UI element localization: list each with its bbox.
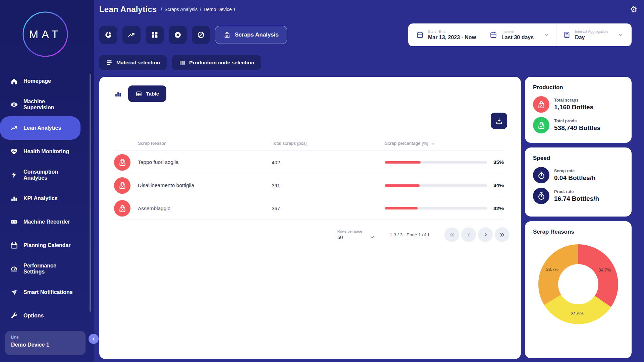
- sidebar-scrollbar[interactable]: [90, 74, 91, 312]
- date-range-picker[interactable]: Start - End Mar 13, 2023 - Now: [410, 23, 483, 46]
- speed-card: Speed Scrap rate0.04 Bottles/hProd. rate…: [525, 147, 632, 217]
- downtime-view-button[interactable]: [192, 26, 210, 44]
- sidebar-item-lean-analytics[interactable]: Lean Analytics: [0, 116, 80, 140]
- table-row[interactable]: Assemblaggio36732%: [114, 197, 504, 220]
- barcode-icon: [179, 59, 185, 66]
- close-circle-icon: [174, 31, 182, 39]
- scrap-percentage-value: 34%: [493, 182, 504, 188]
- scrap-reasons-donut: 34.7%31.6%33.7%: [534, 240, 623, 328]
- tab-scraps-analysis-label: Scraps Analysis: [235, 32, 279, 38]
- content-area: Lean Analytics /Scraps Analysis/Demo Dev…: [94, 0, 644, 362]
- grid-view-button[interactable]: [146, 26, 164, 44]
- calendar-icon: [490, 31, 497, 39]
- sidebar-item-health-monitoring[interactable]: Health Monitoring: [0, 140, 80, 163]
- interval-select[interactable]: Interval Last 30 days: [483, 23, 556, 46]
- aggregation-select[interactable]: Interval Aggregation Day: [556, 23, 630, 46]
- bag-x-icon: [114, 177, 130, 194]
- sidebar-item-machine-recorder[interactable]: Machine Recorder: [0, 210, 80, 234]
- scrap-reason: Tappo fuori soglia: [138, 159, 272, 165]
- rows-per-page-value: 50: [337, 234, 343, 240]
- breadcrumb-item-scraps-analysis[interactable]: Scraps Analysis: [164, 7, 198, 12]
- header-total-scraps[interactable]: Total scraps [pcs]: [272, 141, 385, 146]
- topbar: Lean Analytics /Scraps Analysis/Demo Dev…: [94, 0, 644, 19]
- next-page-button[interactable]: [478, 227, 493, 242]
- view-toolbar: Scraps Analysis Start - End Mar 13, 2023…: [99, 23, 632, 46]
- sidebar-item-smart-notifications[interactable]: Smart Notifications: [0, 281, 80, 304]
- no-time-icon: [197, 31, 205, 39]
- bag-x-icon: [533, 96, 549, 113]
- sidebar-item-label: KPI Analytics: [23, 195, 74, 201]
- chevron-down-icon: [618, 32, 624, 38]
- sidebar-collapse-button[interactable]: [89, 334, 99, 344]
- bag-x-icon: [114, 200, 130, 217]
- donut-label: 34.7%: [598, 267, 611, 273]
- sort-descending-icon[interactable]: [430, 140, 436, 146]
- table-view-button[interactable]: Table: [128, 85, 166, 102]
- header-scrap-reason[interactable]: Scrap Reason: [138, 141, 272, 146]
- table-row[interactable]: Tappo fuori soglia40235%: [114, 150, 504, 174]
- interval-value: Last 30 days: [501, 35, 534, 41]
- device-card[interactable]: Line Demo Device 1: [5, 331, 86, 355]
- rows-per-page-label: Rows per page: [337, 229, 375, 233]
- sidebar-item-machine-supervision[interactable]: Machine Supervision: [0, 93, 80, 116]
- sidebar-item-consumption-analytics[interactable]: Consumption Analytics: [0, 163, 80, 187]
- filter-toolbar: Material selectionProduction code select…: [99, 55, 644, 70]
- tab-scraps-analysis[interactable]: Scraps Analysis: [215, 26, 287, 44]
- last-page-button[interactable]: [495, 227, 509, 242]
- scrap-percentage-value: 35%: [493, 159, 504, 165]
- total-prods-stat: Total prods538,749 Bottles: [533, 117, 624, 133]
- scraps-table-card: Table Scrap Reason Total scraps [pcs] Sc…: [99, 77, 521, 359]
- header-scrap-percentage[interactable]: Scrap percentage [%]: [385, 140, 504, 146]
- scrap-percentage-bar: [385, 161, 487, 164]
- chev-left-icon: [466, 232, 472, 238]
- trend-view-button[interactable]: [122, 26, 141, 44]
- download-button[interactable]: [491, 113, 507, 129]
- sidebar-item-label: Machine Recorder: [23, 219, 74, 225]
- first-page-button[interactable]: [444, 227, 459, 242]
- speed-title: Speed: [533, 155, 624, 162]
- sidebar-item-label: Planning Calendar: [23, 242, 74, 248]
- bolt-icon: [10, 171, 18, 179]
- sidebar-item-kpi-analytics[interactable]: KPI Analytics: [0, 187, 80, 210]
- sidebar-item-label: Smart Notifications: [23, 289, 74, 295]
- chev-dright-icon: [499, 232, 505, 238]
- table-view-label: Table: [146, 91, 159, 97]
- table-row[interactable]: Disallineamento bottiglia39134%: [114, 174, 504, 197]
- sidebar-item-label: Consumption Analytics: [23, 169, 74, 181]
- previous-page-button[interactable]: [461, 227, 476, 242]
- scraps-table: Scrap Reason Total scraps [pcs] Scrap pe…: [99, 136, 521, 220]
- stopwatch-icon: [533, 167, 549, 183]
- donut-view-button[interactable]: [99, 26, 117, 44]
- table-header-row: Scrap Reason Total scraps [pcs] Scrap pe…: [114, 136, 504, 150]
- sidebar-item-label: Performance Settings: [23, 263, 74, 275]
- sidebar-item-options[interactable]: Options: [0, 304, 80, 327]
- donut-segment[interactable]: [538, 244, 578, 305]
- scrap-count: 402: [272, 160, 385, 165]
- breadcrumb-item-demo-device-1[interactable]: Demo Device 1: [204, 7, 236, 12]
- scrap-reason: Assemblaggio: [138, 205, 272, 212]
- donut-segment[interactable]: [578, 244, 618, 307]
- calendar-icon: [416, 31, 424, 39]
- prod-rate-stat: Prod. rate16.74 Bottles/h: [533, 188, 624, 204]
- device-name: Demo Device 1: [11, 342, 79, 348]
- material-selection-button[interactable]: Material selection: [99, 55, 167, 70]
- sidebar-item-homepage[interactable]: Homepage: [0, 69, 80, 93]
- sidebar-item-performance-settings[interactable]: Performance Settings: [0, 257, 80, 281]
- settings-gear-icon[interactable]: ⚙: [630, 5, 637, 13]
- home-icon: [10, 77, 18, 85]
- stack-icon: [106, 59, 113, 66]
- stops-view-button[interactable]: [169, 26, 187, 44]
- stat-value: 0.04 Bottles/h: [554, 174, 596, 182]
- recorder-icon: [10, 218, 18, 226]
- chart-view-toggle-icon[interactable]: [114, 90, 122, 98]
- pagination-range-text: 1-3 / 3 - Page 1 of 1: [390, 232, 430, 237]
- rows-per-page-select[interactable]: Rows per page 50: [337, 229, 375, 240]
- scrap-reasons-card: Scrap Reasons 34.7%31.6%33.7%: [525, 221, 632, 358]
- scrap-percentage-bar: [385, 207, 487, 209]
- table-icon: [136, 90, 142, 97]
- sidebar-item-planning-calendar[interactable]: Planning Calendar: [0, 234, 80, 257]
- chevron-down-icon: [543, 32, 549, 38]
- send-icon: [10, 288, 18, 296]
- donut-label: 31.6%: [571, 311, 584, 316]
- production-code-selection-button[interactable]: Production code selection: [172, 55, 261, 70]
